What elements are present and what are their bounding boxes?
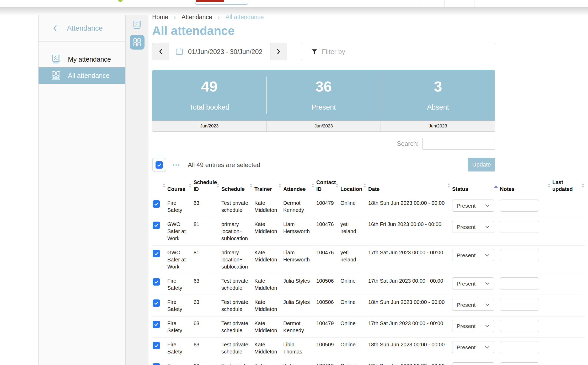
- notes-input[interactable]: [500, 341, 539, 353]
- cell-location: Online: [339, 316, 367, 338]
- attendance-page: Attendance My attendance: [0, 0, 588, 365]
- status-value: Present: [457, 202, 475, 209]
- row-checkbox[interactable]: [153, 250, 160, 257]
- sort-icon[interactable]: [364, 183, 366, 188]
- cell-course: Fire Safety: [166, 196, 192, 217]
- status-value: Present: [457, 252, 475, 259]
- checklist-icon: [51, 54, 61, 64]
- table-row: Fire Safety63Test private scheduleKate M…: [152, 274, 585, 295]
- prev-period-button[interactable]: [152, 43, 169, 60]
- status-select[interactable]: Present: [452, 341, 494, 353]
- column-header-contact_id[interactable]: Contact ID: [315, 176, 339, 196]
- breadcrumb-item-home[interactable]: Home: [152, 14, 168, 21]
- sort-icon[interactable]: [189, 183, 191, 188]
- checklist-icon: [132, 20, 142, 30]
- notes-input[interactable]: [500, 320, 539, 332]
- next-period-button[interactable]: [270, 43, 287, 60]
- sort-icon[interactable]: [217, 183, 219, 188]
- stats-cards: 49 Total booked 36 Present 3 Absent: [152, 70, 495, 121]
- sidebar-item-all-attendance[interactable]: All attendance: [39, 67, 125, 84]
- sort-icon[interactable]: [163, 183, 165, 188]
- cell-select: [152, 274, 166, 295]
- stat-total-booked: 49 Total booked: [152, 70, 266, 121]
- cell-location: Online: [339, 274, 367, 295]
- column-label: Course: [167, 186, 185, 192]
- sort-icon[interactable]: [582, 183, 584, 188]
- column-header-attendee[interactable]: Attendee: [282, 176, 315, 196]
- row-checkbox[interactable]: [153, 278, 160, 286]
- status-select[interactable]: Present: [452, 221, 494, 233]
- column-header-schedule[interactable]: Schedule: [220, 176, 253, 196]
- row-checkbox[interactable]: [153, 299, 160, 307]
- sidebar-item-my-attendance[interactable]: My attendance: [39, 51, 125, 67]
- column-label: Trainer: [254, 186, 272, 192]
- status-select[interactable]: Present: [452, 320, 494, 332]
- more-options-icon[interactable]: •••: [173, 162, 180, 168]
- column-header-schedule_id[interactable]: Schedule ID: [192, 176, 220, 196]
- cell-contact_id: 100476: [315, 246, 339, 274]
- cell-location: Online: [339, 196, 367, 217]
- column-header-date[interactable]: Date: [367, 176, 451, 196]
- selection-bar: ••• All 49 entries are selected Update: [152, 158, 495, 172]
- chevron-left-icon[interactable]: [53, 25, 57, 32]
- notes-input[interactable]: [500, 299, 539, 311]
- table-head: CourseSchedule IDScheduleTrainerAttendee…: [152, 176, 585, 196]
- sort-icon[interactable]: [250, 183, 252, 188]
- status-select[interactable]: Present: [452, 362, 494, 365]
- column-header-location[interactable]: Location: [339, 176, 367, 196]
- table-row: Fire Safety63Test private scheduleKate M…: [152, 359, 585, 365]
- rail-my-attendance-button[interactable]: [130, 19, 144, 31]
- row-checkbox[interactable]: [153, 200, 160, 208]
- select-all-checkbox[interactable]: [156, 161, 163, 169]
- status-select[interactable]: Present: [452, 299, 494, 311]
- column-header-status[interactable]: Status: [451, 176, 498, 196]
- notes-input[interactable]: [500, 221, 539, 233]
- notes-input[interactable]: [500, 362, 539, 365]
- column-header-course[interactable]: Course: [166, 176, 192, 196]
- search-input[interactable]: [422, 138, 495, 150]
- column-header-last_updated[interactable]: Last updated: [551, 176, 585, 196]
- calendar-icon: [175, 48, 183, 56]
- selection-summary: All 49 entries are selected: [188, 161, 260, 169]
- sort-up-icon: [312, 183, 314, 185]
- notes-input[interactable]: [500, 249, 539, 261]
- column-header-select[interactable]: [152, 176, 166, 196]
- sort-icon[interactable]: [336, 183, 338, 188]
- notes-input[interactable]: [500, 277, 539, 289]
- table-row: GWO Safer at Work81primary location+ sub…: [152, 217, 585, 246]
- sort-icon[interactable]: [548, 183, 550, 188]
- rail-all-attendance-button[interactable]: [130, 35, 145, 50]
- sort-icon[interactable]: [279, 183, 281, 188]
- sort-icon[interactable]: [494, 185, 498, 188]
- chevron-down-icon: [485, 254, 490, 257]
- row-checkbox[interactable]: [153, 363, 160, 365]
- row-checkbox[interactable]: [153, 321, 160, 328]
- cell-schedule: Test private schedule: [220, 196, 253, 217]
- main-content: Home › Attendance › All attendance All a…: [152, 13, 585, 365]
- filter-input[interactable]: [321, 44, 496, 60]
- column-header-notes[interactable]: Notes: [498, 176, 551, 196]
- date-range-text: 01/Jun/2023 - 30/Jun/202: [188, 48, 263, 56]
- update-button[interactable]: Update: [468, 158, 495, 171]
- cell-trainer: Kate Middleton: [253, 316, 282, 338]
- table-header-row: CourseSchedule IDScheduleTrainerAttendee…: [152, 176, 585, 196]
- table-row: Fire Safety63Test private scheduleKate M…: [152, 295, 585, 316]
- sort-icon[interactable]: [312, 183, 314, 188]
- status-select[interactable]: Present: [452, 200, 494, 212]
- header-button-fragment[interactable]: [195, 0, 248, 5]
- sort-icon[interactable]: [447, 183, 450, 188]
- notes-input[interactable]: [500, 200, 539, 212]
- breadcrumb-item-attendance[interactable]: Attendance: [181, 14, 212, 21]
- sidebar-title: Attendance: [67, 24, 103, 33]
- cell-attendee: Liam Hemsworth: [282, 246, 315, 274]
- column-header-trainer[interactable]: Trainer: [253, 176, 282, 196]
- sort-down-icon: [250, 186, 252, 188]
- cell-location: yeti ireland: [339, 246, 367, 274]
- row-checkbox[interactable]: [153, 222, 160, 229]
- date-range-value[interactable]: 01/Jun/2023 - 30/Jun/202: [169, 43, 270, 60]
- cell-date: 16th Fri Jun 2023 00:00 - 00:00: [367, 217, 451, 246]
- status-select[interactable]: Present: [452, 249, 494, 261]
- sidebar-header: Attendance: [39, 15, 125, 42]
- status-select[interactable]: Present: [452, 277, 494, 289]
- row-checkbox[interactable]: [153, 342, 160, 349]
